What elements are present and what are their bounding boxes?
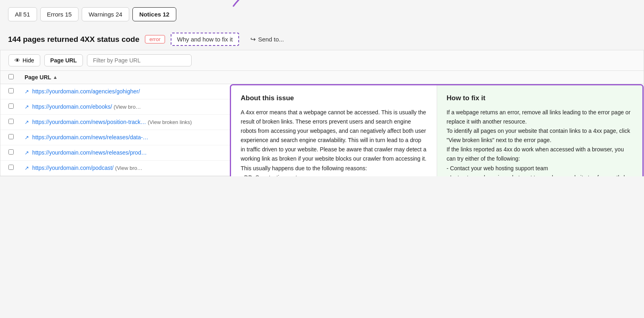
page-url-label: Page URL	[44, 54, 83, 66]
sort-icon[interactable]: ▲	[53, 74, 58, 80]
external-link-icon: ↗	[25, 150, 29, 156]
issue-header: 144 pages returned 4XX status code error…	[0, 27, 644, 50]
table-toolbar: 👁 Hide Page URL	[0, 50, 644, 71]
row-meta: (View broken links)	[148, 119, 192, 125]
url-link[interactable]: https://yourdomain.com/news/releases/pro…	[32, 149, 147, 156]
row-checkbox[interactable]	[8, 134, 14, 139]
filter-errors[interactable]: Errors 15	[40, 7, 79, 21]
external-link-icon: ↗	[25, 89, 29, 95]
about-issue-section: About this issue A 4xx error means that …	[231, 85, 437, 176]
row-checkbox[interactable]	[8, 119, 14, 124]
row-checkbox[interactable]	[8, 165, 14, 170]
row-checkbox[interactable]	[8, 88, 14, 93]
info-panel-overlay: About this issue A 4xx error means that …	[230, 84, 644, 176]
eye-icon: 👁	[14, 57, 20, 64]
why-fix-button[interactable]: Why and how to fix it	[171, 33, 239, 46]
url-link[interactable]: https://yourdomain.com/agencies/gohigher…	[32, 88, 140, 95]
fix-text: If a webpage returns an error, remove al…	[447, 108, 633, 176]
send-icon: ↪	[250, 35, 256, 43]
error-badge: error	[145, 35, 165, 43]
select-all-checkbox[interactable]	[8, 74, 14, 79]
url-link[interactable]: https://yourdomain.com/ebooks/	[32, 103, 112, 110]
about-heading: About this issue	[241, 94, 427, 102]
filter-notices[interactable]: Notices 12	[132, 7, 176, 21]
external-link-icon: ↗	[25, 134, 29, 140]
filter-all[interactable]: All 51	[8, 7, 37, 21]
url-column-header: Page URL ▲	[25, 74, 58, 81]
row-meta: (View bro…	[114, 104, 141, 110]
issue-title: 144 pages returned 4XX status code	[8, 35, 139, 44]
hide-button[interactable]: 👁 Hide	[8, 54, 40, 66]
info-panel: About this issue A 4xx error means that …	[230, 84, 644, 176]
external-link-icon: ↗	[25, 119, 29, 125]
row-checkbox[interactable]	[8, 103, 14, 109]
external-link-icon: ↗	[25, 104, 29, 110]
filter-warnings[interactable]: Warnings 24	[82, 7, 129, 21]
url-link[interactable]: https://yourdomain.com/news/releases/dat…	[32, 134, 149, 140]
filter-bar: All 51 Errors 15 Warnings 24 Notices 12	[0, 0, 644, 27]
main-table-area: 👁 Hide Page URL Page URL ▲ ↗ https://you…	[0, 50, 644, 176]
url-link[interactable]: https://yourdomain.com/podcast/	[32, 165, 114, 171]
about-text: A 4xx error means that a webpage cannot …	[241, 108, 427, 176]
how-to-fix-section: How to fix it If a webpage returns an er…	[437, 85, 643, 176]
row-checkbox[interactable]	[8, 149, 14, 155]
external-link-icon: ↗	[25, 165, 29, 171]
row-meta: (View bro…	[115, 165, 142, 171]
send-button[interactable]: ↪ Send to...	[245, 33, 289, 45]
table-header-row: Page URL ▲	[0, 71, 644, 84]
fix-heading: How to fix it	[447, 94, 633, 102]
url-link[interactable]: https://yourdomain.com/news/position-tra…	[32, 119, 146, 125]
filter-input[interactable]	[87, 54, 192, 66]
